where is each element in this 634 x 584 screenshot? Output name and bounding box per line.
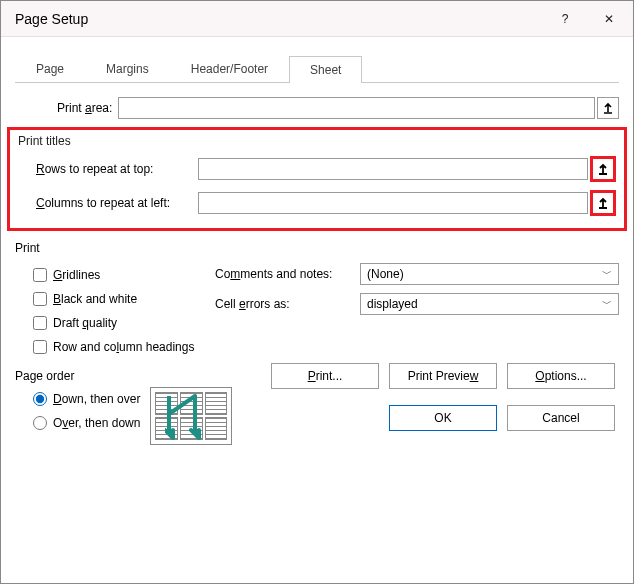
draft-quality-label: Draft quality [53,316,117,330]
cols-repeat-collapse-button[interactable] [590,190,616,216]
gridlines-label: Gridlines [53,268,100,282]
print-group-label: Print [15,241,619,255]
print-area-collapse-button[interactable] [597,97,619,119]
collapse-icon [602,102,614,114]
draft-quality-checkbox[interactable] [33,316,47,330]
tab-headerfooter[interactable]: Header/Footer [170,55,289,82]
down-then-over-radio[interactable] [33,392,47,406]
dialog-buttons-row: OK Cancel [389,405,615,431]
action-buttons-row: Print... Print Preview Options... [271,363,615,389]
rows-repeat-collapse-button[interactable] [590,156,616,182]
print-area-input[interactable] [118,97,595,119]
print-preview-button[interactable]: Print Preview [389,363,497,389]
close-icon: ✕ [604,12,614,26]
collapse-icon [597,163,609,175]
comments-value: (None) [367,267,404,281]
cancel-button[interactable]: Cancel [507,405,615,431]
tab-margins[interactable]: Margins [85,55,170,82]
tab-sheet[interactable]: Sheet [289,56,362,83]
over-then-down-radio[interactable] [33,416,47,430]
print-titles-group-label: Print titles [18,134,616,148]
row-col-headings-label: Row and column headings [53,340,194,354]
cols-repeat-label: Columns to repeat at left: [18,196,198,210]
print-button[interactable]: Print... [271,363,379,389]
ok-button[interactable]: OK [389,405,497,431]
print-titles-highlight: Print titles Rows to repeat at top: Colu… [7,127,627,231]
titlebar: Page Setup ? ✕ [1,1,633,37]
cols-repeat-input[interactable] [198,192,588,214]
over-then-down-label: Over, then down [53,416,140,430]
down-then-over-label: Down, then over [53,392,140,406]
help-icon: ? [562,12,569,26]
collapse-icon [597,197,609,209]
cell-errors-value: displayed [367,297,418,311]
rows-repeat-input[interactable] [198,158,588,180]
chevron-down-icon: ﹀ [602,267,612,281]
comments-label: Comments and notes: [215,267,360,281]
row-col-headings-checkbox[interactable] [33,340,47,354]
chevron-down-icon: ﹀ [602,297,612,311]
close-button[interactable]: ✕ [587,1,631,37]
page-order-arrow-icon [165,394,205,440]
comments-select[interactable]: (None) ﹀ [360,263,619,285]
rows-repeat-label: Rows to repeat at top: [18,162,198,176]
tab-page[interactable]: Page [15,55,85,82]
options-button[interactable]: Options... [507,363,615,389]
black-white-checkbox[interactable] [33,292,47,306]
page-setup-dialog: Page Setup ? ✕ Page Margins Header/Foote… [0,0,634,584]
cell-errors-label: Cell errors as: [215,297,360,311]
gridlines-checkbox[interactable] [33,268,47,282]
black-white-label: Black and white [53,292,137,306]
tab-strip: Page Margins Header/Footer Sheet [15,55,619,83]
dialog-title: Page Setup [15,11,543,27]
print-area-label: Print area: [57,101,112,115]
page-order-diagram [150,387,232,445]
cell-errors-select[interactable]: displayed ﹀ [360,293,619,315]
help-button[interactable]: ? [543,1,587,37]
